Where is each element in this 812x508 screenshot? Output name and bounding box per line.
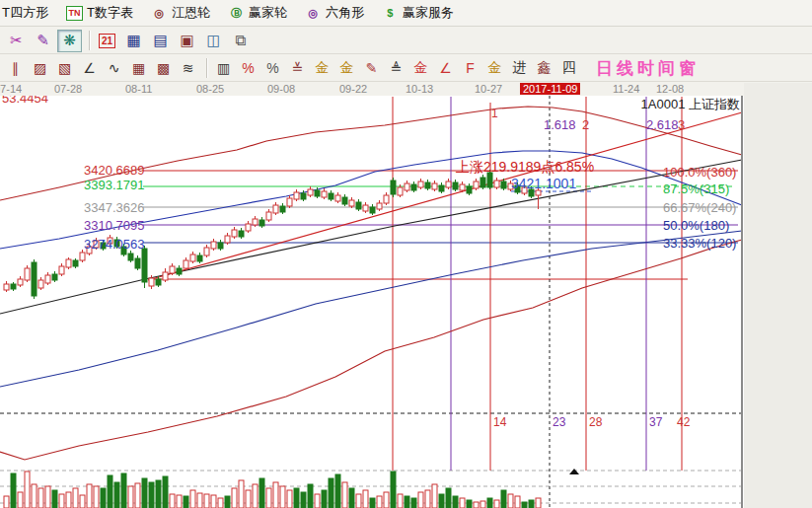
xin-angle-button[interactable]: 鑫	[533, 57, 555, 79]
volume-bar	[439, 494, 444, 508]
parallel-icon: ≋	[183, 60, 194, 76]
shaded-box2-button[interactable]: ▧	[53, 57, 76, 79]
menu-item-service[interactable]: $赢家服务	[382, 4, 454, 22]
volume-bar	[253, 484, 258, 508]
candle-body	[446, 181, 451, 187]
volume-bar	[239, 480, 244, 508]
notes-button[interactable]: ▤	[148, 30, 173, 52]
percent-line-button[interactable]: ≚	[286, 57, 309, 79]
parallel-button[interactable]: ≋	[177, 57, 199, 79]
price-level-label: 3393.1791	[84, 178, 144, 192]
brush-button[interactable]: ✎	[360, 57, 383, 79]
gold-angle-icon: 金	[488, 59, 502, 77]
menu-item-winner-wheel[interactable]: Ⓑ赢家轮	[228, 4, 287, 22]
draw-tool-icon: ✎	[37, 32, 49, 49]
date-tick-highlighted: 2017-11-09	[520, 83, 580, 95]
notes-icon: ▤	[153, 32, 167, 49]
price-chart[interactable]: 53.44543420.66893393.17913347.36263310.7…	[0, 96, 744, 508]
hatch-lines-button[interactable]: ∥	[4, 57, 27, 79]
candle-body	[197, 255, 202, 261]
menu-item-square-tool[interactable]: T四方形	[2, 4, 48, 22]
angle-red-button[interactable]: ∠	[434, 57, 457, 79]
candle-body	[266, 212, 271, 220]
menu-item-gann-wheel[interactable]: ◎江恩轮	[151, 4, 210, 22]
angle-lines-icon: ∠	[83, 60, 96, 76]
advance-angle-button[interactable]: 进	[508, 57, 531, 79]
save-button[interactable]: ▣	[175, 30, 199, 52]
grid2-button[interactable]: ▩	[152, 57, 175, 79]
chart-area[interactable]: 53.44543420.66893393.17913347.36263310.7…	[0, 96, 744, 508]
gold-red-button[interactable]: 金	[409, 57, 432, 79]
draw-tool-button[interactable]: ✎	[31, 30, 55, 52]
date-tick: 12-08	[656, 83, 684, 95]
cut-tool-button[interactable]: ✂	[4, 30, 29, 52]
volume-bar	[156, 480, 161, 508]
date-tick: 10-27	[475, 83, 502, 95]
volume-bar	[487, 498, 492, 508]
candle-body	[322, 191, 327, 197]
candle-body	[418, 181, 423, 187]
toolbar-separator	[89, 31, 90, 50]
f-angle-button[interactable]: F	[459, 57, 481, 79]
bars-button[interactable]: ▥	[212, 57, 235, 79]
application-window: { "menu_bar": { "items": [ { "label": "T…	[0, 0, 812, 508]
percent-down-button[interactable]: %	[237, 57, 259, 79]
time-count-label: 14	[493, 415, 507, 429]
candle-body	[301, 193, 306, 199]
channel-button[interactable]: ≜	[385, 57, 407, 79]
volume-bar	[114, 482, 119, 508]
gold-line-button[interactable]: 金	[335, 57, 358, 79]
marker-triangle-icon	[569, 469, 579, 474]
volume-bar	[370, 498, 375, 508]
date-tick: 10-13	[406, 83, 433, 95]
percent-icon: %	[266, 60, 278, 76]
candle-body	[280, 206, 285, 212]
time-count-label: 23	[553, 415, 566, 429]
calculator-button[interactable]: ▦	[121, 30, 146, 52]
grid-button[interactable]: ▦	[127, 57, 150, 79]
gann-ratio-2: 2	[582, 117, 589, 132]
candle-body	[439, 185, 444, 191]
candle-body	[273, 205, 278, 213]
print-button[interactable]: ⧉	[228, 30, 253, 52]
menu-item-hexagon[interactable]: ◎六角形	[305, 4, 364, 22]
date-tick: 07-14	[0, 83, 22, 95]
gann-shape-button[interactable]: ❋	[57, 30, 82, 52]
volume-bar	[38, 488, 43, 508]
volume-bar	[480, 501, 485, 508]
date-tick: 11-24	[613, 83, 639, 95]
grid-icon: ▦	[132, 60, 145, 76]
gold-angle-button[interactable]: 金	[483, 57, 506, 79]
calendar-button[interactable]: 21	[95, 30, 119, 52]
date-tick: 08-25	[196, 83, 224, 95]
volume-bar	[446, 488, 451, 508]
date-tick: 09-22	[339, 83, 367, 95]
volume-bar	[163, 476, 168, 508]
percent-button[interactable]: %	[261, 57, 284, 79]
windows-globe-button[interactable]: ◫	[201, 30, 226, 52]
candle-body	[45, 275, 50, 283]
time-count-label: 42	[677, 415, 691, 429]
angle-lines-button[interactable]: ∠	[78, 57, 101, 79]
candle-body	[329, 193, 333, 199]
candle-body	[232, 230, 237, 237]
volume-bar	[135, 483, 140, 508]
shaded-box-button[interactable]: ▨	[29, 57, 51, 79]
gold-circle-button[interactable]: 金	[311, 57, 333, 79]
price-level-label: 3274.0563	[84, 237, 144, 252]
volume-bar	[211, 495, 216, 508]
zigzag-button[interactable]: ∿	[103, 57, 125, 79]
candle-body	[18, 279, 23, 285]
windows-globe-icon: ◫	[206, 32, 220, 49]
menu-bar: T四方形TNT数字表◎江恩轮Ⓑ赢家轮◎六角形$赢家服务	[0, 0, 812, 27]
four-angle-button[interactable]: 四	[557, 57, 580, 79]
volume-bar	[494, 500, 499, 508]
grid2-icon: ▩	[157, 60, 170, 76]
candle-body	[467, 186, 472, 193]
candle-body	[391, 181, 396, 194]
menu-item-label: 赢家轮	[249, 4, 287, 22]
menu-item-tn-table[interactable]: TNT数字表	[66, 4, 133, 22]
volume-bar	[190, 490, 195, 508]
gold-red-icon: 金	[414, 59, 428, 77]
volume-bar	[184, 496, 188, 508]
